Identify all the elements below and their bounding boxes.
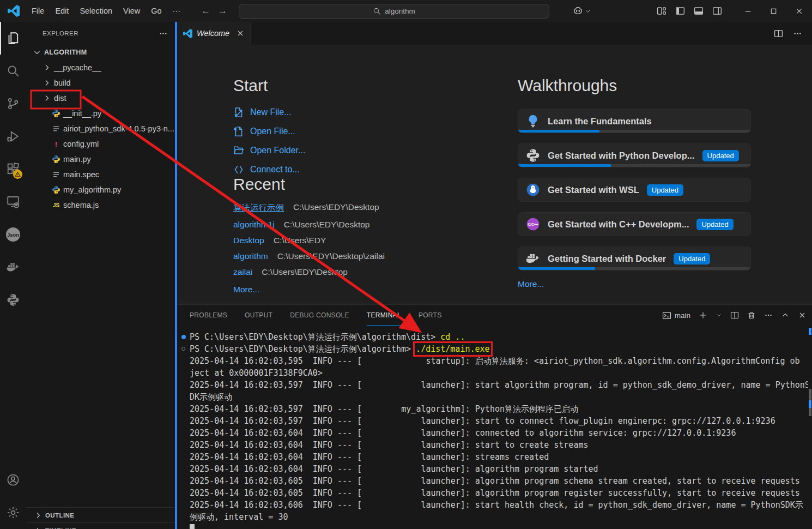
copilot-button[interactable] (573, 6, 591, 16)
tree-item-pycache[interactable]: __pycache__ (26, 60, 175, 75)
tree-item-schema-js[interactable]: JSschema.js (26, 197, 175, 213)
explorer-more-icon[interactable] (159, 29, 168, 38)
menu-edit[interactable]: Edit (50, 7, 74, 15)
terminal-text: 2025-04-14 16:02:03,595 INFO --- [ start… (190, 356, 800, 366)
recent-item-link[interactable]: zailai (233, 267, 252, 277)
maximize-panel-icon[interactable] (781, 311, 790, 320)
recent-item-link[interactable]: algorithm1j (233, 220, 275, 230)
walkthroughs-more-link[interactable]: More... (518, 279, 751, 289)
editor-more-icon[interactable] (793, 29, 802, 38)
sidebar-resize-sash[interactable] (175, 22, 177, 529)
activity-run-debug-icon[interactable] (0, 120, 26, 153)
tree-item-config-yml[interactable]: !config.yml (26, 136, 175, 152)
back-icon[interactable]: ← (201, 5, 210, 16)
tree-item-dist[interactable]: dist (26, 91, 175, 106)
timeline-section[interactable]: TIMELINE (26, 522, 175, 529)
activity-extensions-icon[interactable] (0, 153, 26, 185)
terminal-line: 2025-04-14 16:02:03,597 INFO --- [ launc… (190, 379, 808, 391)
kill-terminal-icon[interactable] (747, 311, 756, 320)
activity-settings-icon[interactable] (0, 496, 26, 529)
recent-more-link[interactable]: More... (233, 285, 500, 294)
terminal-dropdown-icon[interactable] (716, 311, 722, 320)
activity-remote-explorer-icon[interactable] (0, 185, 26, 218)
activity-search-icon[interactable] (0, 55, 26, 87)
recent-zailai: zailaiC:\Users\EDY\Desktop (233, 267, 500, 277)
terminal-scrollbar[interactable] (809, 408, 811, 416)
walkthrough-learn-the-fundamentals[interactable]: Learn the Fundamentals (518, 109, 751, 133)
recent-item-path: C:\Users\EDY (274, 236, 326, 245)
activity-source-control-icon[interactable] (0, 87, 26, 120)
activity-explorer-icon[interactable] (0, 22, 26, 55)
recent-item-link[interactable]: 算法运行示例 (233, 202, 284, 214)
panel-tab-ports[interactable]: PORTS (419, 305, 442, 326)
panel-tab-terminal[interactable]: TERMINAL (367, 305, 401, 326)
start-new-file[interactable]: New File... (233, 107, 500, 118)
tree-item-main-py[interactable]: main.py (26, 152, 175, 167)
activity-docker-icon[interactable] (0, 251, 26, 284)
walkthrough-getting-started-with-docker[interactable]: Getting Started with DockerUpdated (518, 247, 751, 270)
toggle-secondary-sidebar-icon[interactable] (712, 6, 722, 16)
text-file-icon (52, 124, 60, 133)
command-center-search[interactable]: algorithm (239, 4, 549, 19)
start-list: New File...Open File...Open Folder...Con… (233, 107, 500, 175)
forward-icon[interactable]: → (218, 5, 227, 16)
updated-badge: Updated (702, 150, 739, 161)
menu-[interactable]: ··· (167, 7, 186, 15)
recent-item-link[interactable]: Desktop (233, 236, 264, 245)
menu-file[interactable]: File (26, 7, 50, 15)
activity-python-icon[interactable] (0, 284, 26, 316)
start-connect-to[interactable]: Connect to... (233, 164, 500, 175)
updated-badge: Updated (647, 184, 683, 196)
panel-more-icon[interactable] (764, 311, 773, 320)
split-editor-icon[interactable] (774, 29, 783, 38)
tree-item-my-algorithm-py[interactable]: my_algorithm.py (26, 182, 175, 197)
new-terminal-icon[interactable] (699, 311, 707, 320)
walkthrough-title: Get Started with Python Develop... (548, 151, 695, 161)
split-terminal-icon[interactable] (730, 311, 739, 320)
close-button[interactable] (786, 0, 812, 22)
toggle-sidebar-icon[interactable] (675, 6, 685, 16)
terminal-scrollbar-mark (809, 400, 811, 408)
walkthrough-get-started-with-wsl[interactable]: Get Started with WSLUpdated (518, 178, 751, 202)
tree-item-build[interactable]: build (26, 75, 175, 91)
menu-view[interactable]: View (118, 7, 146, 15)
tree-root-algorithm[interactable]: ALGORITHM (26, 45, 175, 60)
panel-tab-debug-console[interactable]: DEBUG CONSOLE (290, 305, 349, 326)
terminal-cursor (190, 524, 195, 529)
start-open-folder[interactable]: Open Folder... (233, 145, 500, 156)
command-decoration-icon[interactable] (181, 347, 185, 351)
terminal-scrollbar[interactable] (809, 389, 811, 400)
activity-json-icon[interactable]: Json (0, 218, 26, 251)
panel-tab-problems[interactable]: PROBLEMS (190, 305, 227, 326)
tab-welcome[interactable]: Welcome (175, 22, 251, 45)
cpp-icon: C/C++ (526, 217, 540, 231)
panel-tab-output[interactable]: OUTPUT (245, 305, 272, 326)
terminal-line: 2025-04-14 16:02:03,597 INFO --- [ my_al… (190, 403, 808, 415)
menu-go[interactable]: Go (146, 7, 167, 15)
recent-item-path: C:\Users\EDY\Desktop (293, 202, 379, 214)
chevron-down-icon (584, 8, 591, 15)
terminal-output[interactable]: PS C:\Users\EDY\Desktop\算法运行示例\algorithm… (175, 326, 808, 529)
maximize-button[interactable] (761, 0, 786, 22)
python-icon (526, 148, 540, 163)
toggle-panel-icon[interactable] (694, 6, 704, 16)
terminal-instance-chip[interactable]: main (662, 311, 690, 320)
command-decoration-icon[interactable] (181, 335, 186, 339)
tree-item-airiot-python-sdk-4-0-5-py3-n[interactable]: airiot_python_sdk-4.0.5-py3-n... (26, 121, 175, 136)
tree-item-init-py[interactable]: __init__.py (26, 106, 175, 121)
menu-selection[interactable]: Selection (74, 7, 118, 15)
walkthrough-get-started-with-c-developm[interactable]: C/C++Get Started with C++ Developm...Upd… (518, 212, 751, 236)
outline-section[interactable]: OUTLINE (26, 507, 175, 522)
start-heading: Start (233, 76, 500, 95)
start-open-file[interactable]: Open File... (233, 126, 500, 137)
tree-item-main-spec[interactable]: main.spec (26, 167, 175, 182)
activity-account-icon[interactable] (0, 464, 26, 496)
tab-close-icon[interactable] (236, 29, 245, 38)
new-file-icon (233, 107, 244, 118)
python-file-icon (52, 155, 60, 164)
recent-item-link[interactable]: algorithm (233, 251, 268, 261)
walkthrough-get-started-with-python-develop[interactable]: Get Started with Python Develop...Update… (518, 143, 751, 167)
minimize-button[interactable] (735, 0, 761, 22)
customize-layout-icon[interactable] (657, 6, 666, 16)
close-panel-icon[interactable] (798, 311, 807, 320)
